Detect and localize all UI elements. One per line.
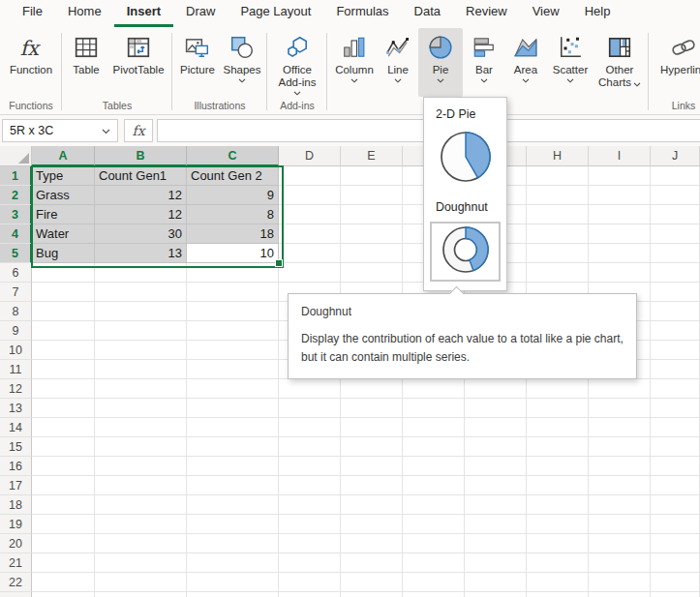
cell-J7[interactable] xyxy=(651,283,700,302)
cell-C4[interactable]: 18 xyxy=(187,224,279,244)
cell-D18[interactable] xyxy=(279,495,341,515)
cell-A10[interactable] xyxy=(32,341,95,360)
cell-F14[interactable] xyxy=(403,418,465,437)
column-header-c[interactable]: C xyxy=(187,146,279,166)
cell-I17[interactable] xyxy=(589,476,651,495)
cell-B17[interactable] xyxy=(95,476,187,495)
table-button[interactable]: Table xyxy=(66,28,107,97)
tab-home[interactable]: Home xyxy=(55,0,114,27)
pie-button[interactable]: Pie xyxy=(418,28,463,97)
cell-I23[interactable] xyxy=(589,592,651,597)
cell-H22[interactable] xyxy=(527,573,589,592)
cell-E5[interactable] xyxy=(341,244,403,263)
cell-I19[interactable] xyxy=(589,515,651,534)
cell-D21[interactable] xyxy=(279,553,341,573)
row-header-10[interactable]: 10 xyxy=(0,341,32,360)
cell-C21[interactable] xyxy=(187,553,279,573)
cell-D2[interactable] xyxy=(279,186,341,205)
cell-A19[interactable] xyxy=(32,515,95,534)
cell-F17[interactable] xyxy=(403,476,465,495)
cell-G20[interactable] xyxy=(465,534,527,553)
cell-E13[interactable] xyxy=(341,399,403,418)
cell-B22[interactable] xyxy=(95,573,187,592)
cell-H14[interactable] xyxy=(527,418,589,437)
cell-J18[interactable] xyxy=(651,495,700,515)
cell-C15[interactable] xyxy=(187,437,279,457)
cell-I21[interactable] xyxy=(589,553,651,573)
cell-C18[interactable] xyxy=(187,495,279,515)
cell-J1[interactable] xyxy=(651,166,700,186)
cell-F15[interactable] xyxy=(403,437,465,457)
cell-F22[interactable] xyxy=(403,573,465,592)
cell-D1[interactable] xyxy=(279,166,341,186)
cell-D20[interactable] xyxy=(279,534,341,553)
cell-F13[interactable] xyxy=(403,399,465,418)
cell-B7[interactable] xyxy=(95,283,187,302)
cell-A22[interactable] xyxy=(32,573,95,592)
cell-C5[interactable]: 10 xyxy=(187,244,279,263)
cell-A15[interactable] xyxy=(32,437,95,457)
row-header-22[interactable]: 22 xyxy=(0,573,32,592)
cell-J15[interactable] xyxy=(651,437,700,457)
cell-G15[interactable] xyxy=(465,437,527,457)
cell-C9[interactable] xyxy=(187,321,279,341)
column-header-h[interactable]: H xyxy=(527,146,589,166)
cell-C14[interactable] xyxy=(187,418,279,437)
cell-I22[interactable] xyxy=(589,573,651,592)
cell-B13[interactable] xyxy=(95,399,187,418)
cell-E14[interactable] xyxy=(341,418,403,437)
cell-B19[interactable] xyxy=(95,515,187,534)
tab-formulas[interactable]: Formulas xyxy=(323,0,401,27)
cell-J16[interactable] xyxy=(651,457,700,476)
cell-A2[interactable]: Grass xyxy=(32,186,95,205)
row-header-11[interactable]: 11 xyxy=(0,360,32,379)
cell-H3[interactable] xyxy=(527,205,589,224)
cell-C23[interactable] xyxy=(187,592,279,597)
cell-D4[interactable] xyxy=(279,224,341,244)
cell-E4[interactable] xyxy=(341,224,403,244)
cell-J11[interactable] xyxy=(651,360,700,379)
row-header-8[interactable]: 8 xyxy=(0,302,32,321)
cell-I18[interactable] xyxy=(589,495,651,515)
cell-F12[interactable] xyxy=(403,379,465,399)
cell-J14[interactable] xyxy=(651,418,700,437)
cell-C19[interactable] xyxy=(187,515,279,534)
cell-G16[interactable] xyxy=(465,457,527,476)
cell-B20[interactable] xyxy=(95,534,187,553)
cell-C11[interactable] xyxy=(187,360,279,379)
row-header-9[interactable]: 9 xyxy=(0,321,32,341)
cell-A18[interactable] xyxy=(32,495,95,515)
row-header-17[interactable]: 17 xyxy=(0,476,32,495)
cell-H18[interactable] xyxy=(527,495,589,515)
tab-data[interactable]: Data xyxy=(402,0,453,27)
cell-H12[interactable] xyxy=(527,379,589,399)
cell-G21[interactable] xyxy=(465,553,527,573)
cell-F18[interactable] xyxy=(403,495,465,515)
office-add-ins-button[interactable]: Office Add-ins xyxy=(271,28,323,97)
doughnut-option[interactable] xyxy=(430,222,501,282)
row-header-6[interactable]: 6 xyxy=(0,263,32,283)
cell-B12[interactable] xyxy=(95,379,187,399)
cell-E2[interactable] xyxy=(341,186,403,205)
cell-D12[interactable] xyxy=(279,379,341,399)
cell-J9[interactable] xyxy=(651,321,700,341)
cell-J23[interactable] xyxy=(651,592,700,597)
cell-A6[interactable] xyxy=(32,263,95,283)
cell-I15[interactable] xyxy=(589,437,651,457)
cell-D22[interactable] xyxy=(279,573,341,592)
cell-B11[interactable] xyxy=(95,360,187,379)
other-charts-button[interactable]: Other Charts xyxy=(594,28,645,97)
cell-J3[interactable] xyxy=(651,205,700,224)
row-header-4[interactable]: 4 xyxy=(0,224,32,244)
cell-H13[interactable] xyxy=(527,399,589,418)
cell-G18[interactable] xyxy=(465,495,527,515)
cell-J12[interactable] xyxy=(651,379,700,399)
tab-insert[interactable]: Insert xyxy=(114,0,173,27)
row-header-3[interactable]: 3 xyxy=(0,205,32,224)
cell-J19[interactable] xyxy=(651,515,700,534)
column-header-b[interactable]: B xyxy=(95,146,187,166)
cell-D23[interactable] xyxy=(279,592,341,597)
cell-I1[interactable] xyxy=(589,166,651,186)
cell-J2[interactable] xyxy=(651,186,700,205)
column-header-e[interactable]: E xyxy=(341,146,403,166)
